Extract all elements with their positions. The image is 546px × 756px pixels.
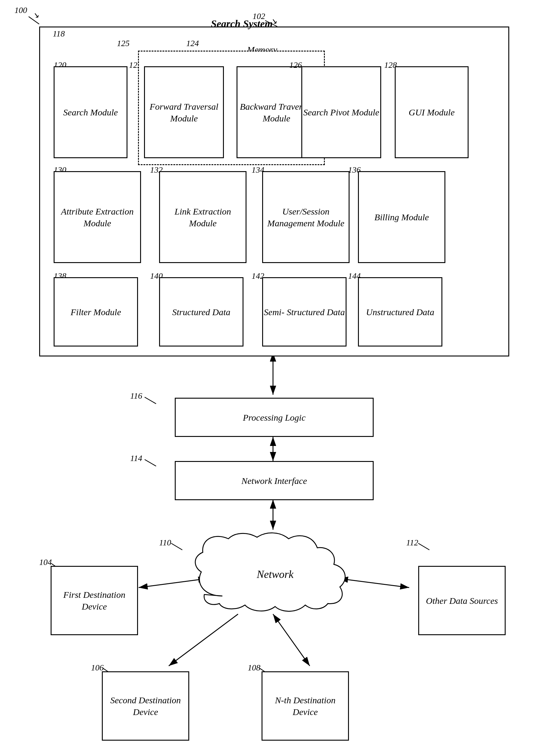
attribute-extraction-text: Attribute Extraction Module [55,205,140,229]
structured-data-text: Structured Data [172,306,230,318]
processing-logic-text: Processing Logic [243,412,306,423]
diagram-root: 100 ↘ 102 ↘ Search System 118 125 Memory… [0,0,546,756]
first-destination-text: First Destination Device [52,589,137,612]
ref-100-arrow: ↘ [33,11,39,20]
network-cloud-container: Network [186,530,364,617]
other-data-sources-text: Other Data Sources [426,595,498,607]
billing-text: Billing Module [375,211,429,223]
other-data-sources-box: Other Data Sources [418,566,506,635]
search-pivot-box: Search Pivot Module [301,66,381,158]
network-cloud-svg: Network [186,530,364,617]
svg-line-22 [145,460,156,466]
search-system-label: Search System [211,18,273,30]
svg-line-34 [273,614,310,666]
gui-module-box: GUI Module [395,66,469,158]
ref-124: 124 [186,39,199,48]
ref-125: 125 [117,39,130,48]
svg-line-33 [169,614,238,666]
link-extraction-text: Link Extraction Module [160,205,246,229]
filter-module-box: Filter Module [54,277,138,347]
unstructured-data-box: Unstructured Data [358,277,442,347]
first-destination-box: First Destination Device [51,566,138,635]
second-destination-text: Second Destination Device [103,694,188,718]
ref-110: 110 [159,538,171,547]
nth-destination-box: N-th Destination Device [262,671,349,741]
ref-112: 112 [406,538,418,547]
structured-data-box: Structured Data [159,277,243,347]
forward-traversal-box: Forward Traversal Module [144,66,224,158]
user-session-text: User/Session Management Module [263,205,349,229]
ref-116: 116 [130,391,142,401]
semi-structured-text: Semi- Structured Data [264,306,345,318]
svg-text:Network: Network [256,568,294,580]
nth-destination-text: N-th Destination Device [262,694,348,718]
search-pivot-text: Search Pivot Module [303,106,379,118]
semi-structured-box: Semi- Structured Data [262,277,347,347]
attribute-extraction-box: Attribute Extraction Module [54,171,141,263]
svg-line-25 [418,543,429,550]
search-module-box: Search Module [54,66,127,158]
ref-104: 104 [39,557,52,567]
ref-126: 126 [289,60,302,70]
network-interface-box: Network Interface [175,461,374,500]
unstructured-data-text: Unstructured Data [366,306,434,318]
svg-line-21 [145,397,156,404]
user-session-box: User/Session Management Module [262,171,350,263]
ref-118: 118 [53,29,65,39]
ref-108: 108 [248,663,260,673]
network-interface-text: Network Interface [241,475,307,487]
second-destination-box: Second Destination Device [102,671,189,741]
gui-module-text: GUI Module [409,106,454,118]
link-extraction-box: Link Extraction Module [159,171,246,263]
forward-traversal-text: Forward Traversal Module [145,101,223,124]
filter-module-text: Filter Module [71,306,121,318]
billing-box: Billing Module [358,171,445,263]
svg-line-23 [171,543,182,550]
processing-logic-box: Processing Logic [175,398,374,437]
search-module-text: Search Module [63,106,118,118]
ref-114: 114 [130,453,142,463]
ref-100: 100 [14,5,27,15]
